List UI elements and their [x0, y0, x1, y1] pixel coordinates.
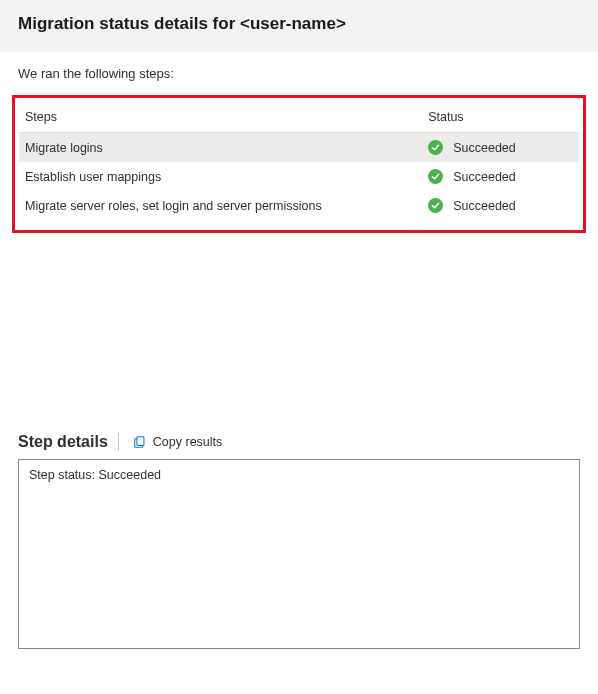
- col-header-status[interactable]: Status: [422, 104, 579, 133]
- table-row[interactable]: Migrate server roles, set login and serv…: [19, 191, 579, 220]
- svg-rect-0: [137, 437, 144, 446]
- page-header: Migration status details for <user-name>: [0, 0, 598, 52]
- status-text: Succeeded: [453, 170, 516, 184]
- divider: [118, 433, 119, 451]
- copy-results-label: Copy results: [153, 435, 222, 449]
- step-details-header: Step details Copy results: [18, 433, 580, 451]
- step-details-title: Step details: [18, 433, 108, 451]
- steps-table-highlight: Steps Status Migrate logins Succeeded Es…: [12, 95, 586, 233]
- step-status-cell: Succeeded: [422, 133, 579, 163]
- step-status-cell: Succeeded: [422, 191, 579, 220]
- copy-icon: [133, 435, 147, 449]
- success-icon: [428, 169, 443, 184]
- status-text: Succeeded: [453, 141, 516, 155]
- table-row[interactable]: Migrate logins Succeeded: [19, 133, 579, 163]
- step-name: Establish user mappings: [19, 162, 422, 191]
- step-details-section: Step details Copy results Step status: S…: [18, 433, 580, 649]
- step-details-box[interactable]: Step status: Succeeded: [18, 459, 580, 649]
- table-header-row: Steps Status: [19, 104, 579, 133]
- copy-results-button[interactable]: Copy results: [129, 433, 226, 451]
- status-text: Succeeded: [453, 199, 516, 213]
- step-name: Migrate logins: [19, 133, 422, 163]
- table-row[interactable]: Establish user mappings Succeeded: [19, 162, 579, 191]
- step-name: Migrate server roles, set login and serv…: [19, 191, 422, 220]
- page-title: Migration status details for <user-name>: [18, 14, 580, 34]
- col-header-steps[interactable]: Steps: [19, 104, 422, 133]
- steps-table: Steps Status Migrate logins Succeeded Es…: [19, 104, 579, 220]
- step-status-text: Step status: Succeeded: [29, 468, 161, 482]
- subhead-text: We ran the following steps:: [0, 52, 598, 91]
- step-status-cell: Succeeded: [422, 162, 579, 191]
- success-icon: [428, 198, 443, 213]
- success-icon: [428, 140, 443, 155]
